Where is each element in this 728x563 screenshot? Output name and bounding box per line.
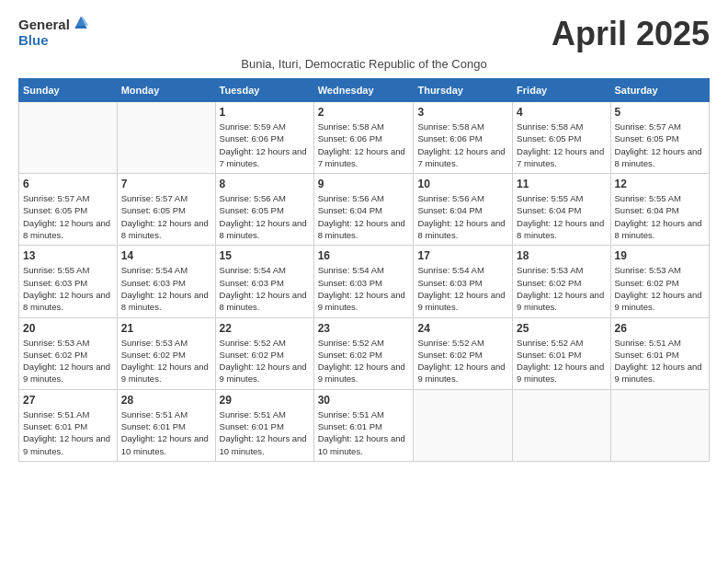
day-number: 30 bbox=[318, 394, 410, 407]
calendar-cell: 8Sunrise: 5:56 AM Sunset: 6:05 PM Daylig… bbox=[215, 174, 313, 246]
day-detail: Sunrise: 5:59 AM Sunset: 6:06 PM Dayligh… bbox=[220, 121, 310, 169]
calendar-cell bbox=[117, 102, 215, 174]
calendar-cell: 22Sunrise: 5:52 AM Sunset: 6:02 PM Dayli… bbox=[215, 317, 313, 389]
day-detail: Sunrise: 5:54 AM Sunset: 6:03 PM Dayligh… bbox=[220, 264, 310, 313]
day-number: 7 bbox=[121, 178, 211, 190]
day-detail: Sunrise: 5:56 AM Sunset: 6:04 PM Dayligh… bbox=[318, 192, 410, 241]
day-detail: Sunrise: 5:53 AM Sunset: 6:02 PM Dayligh… bbox=[23, 337, 113, 385]
calendar-cell: 20Sunrise: 5:53 AM Sunset: 6:02 PM Dayli… bbox=[19, 317, 118, 389]
day-detail: Sunrise: 5:58 AM Sunset: 6:06 PM Dayligh… bbox=[417, 121, 508, 169]
day-number: 13 bbox=[23, 249, 113, 262]
calendar-cell: 21Sunrise: 5:53 AM Sunset: 6:02 PM Dayli… bbox=[117, 317, 215, 389]
day-detail: Sunrise: 5:54 AM Sunset: 6:03 PM Dayligh… bbox=[318, 264, 410, 313]
day-detail: Sunrise: 5:56 AM Sunset: 6:04 PM Dayligh… bbox=[417, 192, 508, 241]
calendar-cell bbox=[513, 389, 610, 461]
day-number: 25 bbox=[517, 322, 606, 335]
calendar-cell: 11Sunrise: 5:55 AM Sunset: 6:04 PM Dayli… bbox=[513, 174, 610, 246]
calendar-cell: 10Sunrise: 5:56 AM Sunset: 6:04 PM Dayli… bbox=[414, 174, 513, 246]
header-thursday: Thursday bbox=[414, 79, 513, 102]
day-number: 12 bbox=[615, 178, 705, 190]
day-detail: Sunrise: 5:52 AM Sunset: 6:02 PM Dayligh… bbox=[417, 337, 508, 385]
day-number: 10 bbox=[417, 178, 508, 190]
day-number: 27 bbox=[23, 394, 113, 407]
calendar-cell: 9Sunrise: 5:56 AM Sunset: 6:04 PM Daylig… bbox=[313, 174, 414, 246]
calendar-cell: 12Sunrise: 5:55 AM Sunset: 6:04 PM Dayli… bbox=[610, 174, 709, 246]
day-number: 18 bbox=[517, 249, 606, 262]
day-number: 11 bbox=[517, 178, 606, 190]
day-number: 14 bbox=[121, 249, 211, 262]
day-detail: Sunrise: 5:52 AM Sunset: 6:02 PM Dayligh… bbox=[318, 337, 410, 385]
day-detail: Sunrise: 5:57 AM Sunset: 6:05 PM Dayligh… bbox=[121, 192, 211, 241]
day-number: 8 bbox=[220, 178, 310, 190]
day-number: 3 bbox=[417, 106, 508, 119]
day-detail: Sunrise: 5:57 AM Sunset: 6:05 PM Dayligh… bbox=[615, 121, 705, 169]
header-monday: Monday bbox=[117, 79, 215, 102]
day-detail: Sunrise: 5:58 AM Sunset: 6:05 PM Dayligh… bbox=[517, 121, 606, 169]
calendar-cell: 28Sunrise: 5:51 AM Sunset: 6:01 PM Dayli… bbox=[117, 389, 215, 461]
day-number: 29 bbox=[220, 394, 310, 407]
day-detail: Sunrise: 5:54 AM Sunset: 6:03 PM Dayligh… bbox=[417, 264, 508, 313]
day-number: 28 bbox=[121, 394, 211, 407]
day-number: 2 bbox=[318, 106, 410, 119]
day-detail: Sunrise: 5:55 AM Sunset: 6:04 PM Dayligh… bbox=[517, 192, 606, 241]
day-detail: Sunrise: 5:53 AM Sunset: 6:02 PM Dayligh… bbox=[121, 337, 211, 385]
day-number: 16 bbox=[318, 249, 410, 262]
week-row-1: 6Sunrise: 5:57 AM Sunset: 6:05 PM Daylig… bbox=[19, 174, 710, 246]
calendar-cell: 27Sunrise: 5:51 AM Sunset: 6:01 PM Dayli… bbox=[19, 389, 118, 461]
calendar-cell: 29Sunrise: 5:51 AM Sunset: 6:01 PM Dayli… bbox=[215, 389, 313, 461]
day-number: 1 bbox=[220, 106, 310, 119]
calendar-cell bbox=[414, 389, 513, 461]
day-number: 21 bbox=[121, 322, 211, 335]
day-number: 24 bbox=[417, 322, 508, 335]
day-number: 26 bbox=[615, 322, 705, 335]
calendar-cell: 3Sunrise: 5:58 AM Sunset: 6:06 PM Daylig… bbox=[414, 102, 513, 174]
calendar-cell bbox=[610, 389, 709, 461]
calendar-cell: 18Sunrise: 5:53 AM Sunset: 6:02 PM Dayli… bbox=[513, 246, 610, 317]
day-number: 17 bbox=[417, 249, 508, 262]
day-detail: Sunrise: 5:53 AM Sunset: 6:02 PM Dayligh… bbox=[615, 264, 705, 313]
day-detail: Sunrise: 5:58 AM Sunset: 6:06 PM Dayligh… bbox=[318, 121, 410, 169]
calendar-cell: 30Sunrise: 5:51 AM Sunset: 6:01 PM Dayli… bbox=[313, 389, 414, 461]
day-detail: Sunrise: 5:51 AM Sunset: 6:01 PM Dayligh… bbox=[318, 408, 410, 457]
week-row-0: 1Sunrise: 5:59 AM Sunset: 6:06 PM Daylig… bbox=[19, 102, 710, 174]
day-detail: Sunrise: 5:51 AM Sunset: 6:01 PM Dayligh… bbox=[220, 408, 310, 457]
day-number: 9 bbox=[318, 178, 410, 190]
day-detail: Sunrise: 5:51 AM Sunset: 6:01 PM Dayligh… bbox=[121, 408, 211, 457]
calendar-cell: 26Sunrise: 5:51 AM Sunset: 6:01 PM Dayli… bbox=[610, 317, 709, 389]
day-detail: Sunrise: 5:51 AM Sunset: 6:01 PM Dayligh… bbox=[615, 337, 705, 385]
day-detail: Sunrise: 5:55 AM Sunset: 6:03 PM Dayligh… bbox=[23, 264, 113, 313]
calendar-cell: 24Sunrise: 5:52 AM Sunset: 6:02 PM Dayli… bbox=[414, 317, 513, 389]
subtitle: Bunia, Ituri, Democratic Republic of the… bbox=[18, 57, 710, 71]
logo-icon bbox=[72, 15, 90, 33]
calendar-cell: 19Sunrise: 5:53 AM Sunset: 6:02 PM Dayli… bbox=[610, 246, 709, 317]
day-number: 4 bbox=[517, 106, 606, 119]
day-number: 15 bbox=[220, 249, 310, 262]
day-number: 19 bbox=[615, 249, 705, 262]
calendar-cell: 23Sunrise: 5:52 AM Sunset: 6:02 PM Dayli… bbox=[313, 317, 414, 389]
day-detail: Sunrise: 5:56 AM Sunset: 6:05 PM Dayligh… bbox=[220, 192, 310, 241]
day-number: 6 bbox=[23, 178, 113, 190]
day-detail: Sunrise: 5:52 AM Sunset: 6:01 PM Dayligh… bbox=[517, 337, 606, 385]
calendar-cell: 14Sunrise: 5:54 AM Sunset: 6:03 PM Dayli… bbox=[117, 246, 215, 317]
calendar-cell: 15Sunrise: 5:54 AM Sunset: 6:03 PM Dayli… bbox=[215, 246, 313, 317]
calendar-cell: 6Sunrise: 5:57 AM Sunset: 6:05 PM Daylig… bbox=[19, 174, 118, 246]
header-wednesday: Wednesday bbox=[313, 79, 414, 102]
header-saturday: Saturday bbox=[610, 79, 709, 102]
header-sunday: Sunday bbox=[19, 79, 118, 102]
header-friday: Friday bbox=[513, 79, 610, 102]
calendar-cell bbox=[19, 102, 118, 174]
month-title: April 2025 bbox=[552, 15, 710, 53]
calendar-cell: 7Sunrise: 5:57 AM Sunset: 6:05 PM Daylig… bbox=[117, 174, 215, 246]
logo: General Blue bbox=[18, 15, 90, 47]
calendar-cell: 1Sunrise: 5:59 AM Sunset: 6:06 PM Daylig… bbox=[215, 102, 313, 174]
day-detail: Sunrise: 5:52 AM Sunset: 6:02 PM Dayligh… bbox=[220, 337, 310, 385]
logo-blue: Blue bbox=[18, 33, 90, 47]
calendar-header-row: SundayMondayTuesdayWednesdayThursdayFrid… bbox=[19, 79, 710, 102]
page-header: General Blue April 2025 bbox=[18, 15, 710, 53]
day-number: 22 bbox=[220, 322, 310, 335]
header-tuesday: Tuesday bbox=[215, 79, 313, 102]
week-row-2: 13Sunrise: 5:55 AM Sunset: 6:03 PM Dayli… bbox=[19, 246, 710, 317]
week-row-3: 20Sunrise: 5:53 AM Sunset: 6:02 PM Dayli… bbox=[19, 317, 710, 389]
calendar-cell: 25Sunrise: 5:52 AM Sunset: 6:01 PM Dayli… bbox=[513, 317, 610, 389]
svg-marker-1 bbox=[76, 17, 88, 26]
